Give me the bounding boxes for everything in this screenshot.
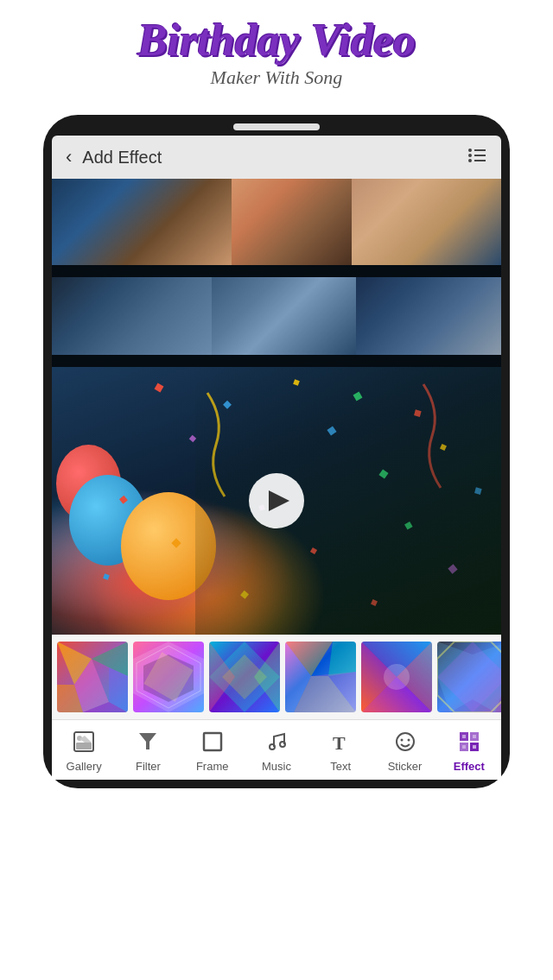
music-label: Music [262,760,291,773]
app-title: Birthday Video [9,16,544,65]
strip-2 [52,277,501,355]
phone-notch [233,123,320,130]
strip-1 [52,179,501,265]
svg-point-67 [397,733,414,750]
nav-item-music[interactable]: Music [245,727,308,776]
play-button[interactable] [249,473,304,528]
svg-rect-59 [76,743,92,749]
effect-icon [458,730,480,756]
svg-rect-74 [462,735,466,738]
svg-point-64 [270,744,275,749]
thumbnails-row [52,635,501,719]
phone-frame: ‹ Add Effect [43,115,510,788]
video-area [52,179,501,635]
collage-strips [52,179,501,367]
svg-rect-75 [473,735,476,738]
nav-item-sticker[interactable]: Sticker [372,727,436,776]
svg-rect-63 [204,733,221,750]
effect-thumb-1[interactable] [57,642,128,712]
svg-point-2 [468,154,472,157]
main-video[interactable] [52,367,501,635]
nav-item-text[interactable]: T Text [308,727,372,776]
svg-text:T: T [333,732,346,753]
svg-marker-62 [139,733,156,749]
nav-item-filter[interactable]: Filter [116,727,180,776]
svg-point-65 [280,742,285,747]
svg-rect-76 [462,745,466,749]
effect-thumb-6[interactable] [437,642,501,712]
sticker-icon [394,730,416,756]
gallery-icon [73,730,95,756]
strip-divider-1 [52,265,501,277]
frame-label: Frame [196,760,229,773]
svg-rect-77 [473,745,476,749]
music-icon [265,730,288,756]
app-subtitle: Maker With Song [9,66,544,89]
effect-thumb-5[interactable] [361,642,432,712]
menu-icon[interactable] [467,147,487,168]
person-overlay [195,367,501,635]
svg-point-0 [468,149,472,152]
nav-item-gallery[interactable]: Gallery [52,727,116,776]
frame-icon [201,730,224,756]
bottom-nav: Gallery Filter Frame [52,719,501,780]
play-icon [269,490,289,511]
strip-divider-2 [52,355,501,367]
app-bar: ‹ Add Effect [52,136,501,179]
effect-thumb-4[interactable] [285,642,356,712]
text-icon: T [329,730,352,756]
sticker-label: Sticker [388,760,423,773]
svg-point-53 [384,664,410,690]
nav-item-frame[interactable]: Frame [181,727,245,776]
svg-point-68 [400,739,403,742]
effect-thumb-2[interactable] [133,642,204,712]
svg-point-4 [468,159,472,162]
effect-label: Effect [454,760,485,773]
filter-label: Filter [136,760,161,773]
app-header: Birthday Video Maker With Song [0,0,553,98]
nav-item-effect[interactable]: Effect [437,727,501,776]
svg-marker-44 [328,642,356,676]
effect-thumb-3[interactable] [209,642,280,712]
text-label: Text [330,760,351,773]
svg-point-69 [407,739,410,742]
gallery-label: Gallery [67,760,102,773]
app-bar-title: Add Effect [82,148,467,168]
filter-icon [137,730,159,756]
back-button[interactable]: ‹ [66,146,72,168]
